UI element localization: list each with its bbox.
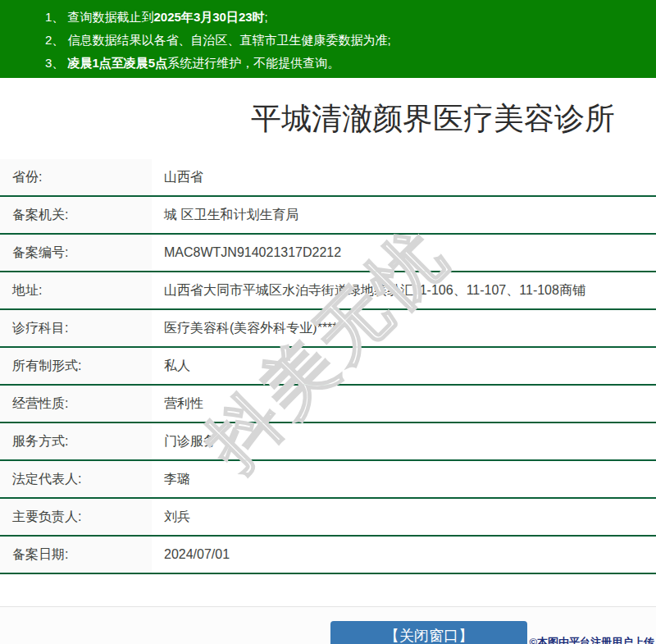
row-value: 医疗美容科(美容外科专业)******: [152, 310, 656, 346]
row-value: 私人: [152, 348, 656, 384]
row-value: 刘兵: [152, 499, 656, 535]
row-value: 营利性: [152, 386, 656, 422]
row-label: 服务方式:: [0, 423, 152, 459]
row-label: 备案编号:: [0, 235, 152, 271]
row-label: 所有制形式:: [0, 348, 152, 384]
table-row-legal-representative: 法定代表人: 李璐: [0, 461, 656, 499]
row-value: 李璐: [152, 461, 656, 497]
notice-line-2: 2、 信息数据结果以各省、自治区、直辖市卫生健康委数据为准;: [0, 29, 656, 52]
row-label: 诊疗科目:: [0, 310, 152, 346]
notice-bar: 1、 查询数据截止到2025年3月30日23时; 2、 信息数据结果以各省、自治…: [0, 0, 656, 78]
row-label: 备案机关:: [0, 197, 152, 233]
row-label: 备案日期:: [0, 537, 152, 573]
notice-3-number: 3、: [45, 56, 64, 70]
notice-1-number: 1、: [45, 10, 64, 24]
notice-3-bold: 凌晨1点至凌晨5点: [68, 56, 168, 70]
table-row-ownership-form: 所有制形式: 私人: [0, 348, 656, 386]
table-row-filing-number: 备案编号: MAC8WTJN914021317D2212: [0, 235, 656, 272]
table-row-main-person-in-charge: 主要负责人: 刘兵: [0, 499, 656, 537]
row-label: 地址:: [0, 272, 152, 308]
notice-1-text: 查询数据截止到: [68, 10, 154, 24]
notice-line-1: 1、 查询数据截止到2025年3月30日23时;: [0, 6, 656, 29]
copyright-text: ©本图由平台注册用户上传: [529, 635, 654, 644]
table-row-province: 省份: 山西省: [0, 159, 656, 197]
row-value: 城 区卫生和计划生育局: [152, 197, 656, 233]
table-row-treatment-subjects: 诊疗科目: 医疗美容科(美容外科专业)******: [0, 310, 656, 348]
notice-1-post: ;: [265, 10, 268, 24]
close-window-button[interactable]: 【关闭窗口】: [330, 621, 527, 644]
row-label: 省份:: [0, 159, 152, 195]
page-title: 平城清澈颜界医疗美容诊所: [0, 78, 656, 159]
row-value: 门诊服务: [152, 423, 656, 459]
row-value: MAC8WTJN914021317D2212: [152, 235, 656, 271]
notice-1-bold: 2025年3月30日23时: [154, 10, 265, 24]
row-value: 山西省: [152, 159, 656, 195]
table-row-business-nature: 经营性质: 营利性: [0, 386, 656, 423]
row-label: 主要负责人:: [0, 499, 152, 535]
notice-3-post: 系统进行维护，不能提供查询。: [167, 56, 339, 70]
footer: 【关闭窗口】 ©本图由平台注册用户上传: [0, 606, 656, 644]
table-row-service-mode: 服务方式: 门诊服务: [0, 423, 656, 461]
footer-spacer: [0, 574, 656, 606]
row-value: 2024/07/01: [152, 537, 656, 573]
row-label: 法定代表人:: [0, 461, 152, 497]
notice-line-3: 3、 凌晨1点至凌晨5点系统进行维护，不能提供查询。: [0, 52, 656, 75]
info-table: 省份: 山西省 备案机关: 城 区卫生和计划生育局 备案编号: MAC8WTJN…: [0, 159, 656, 574]
notice-2-number: 2、: [45, 33, 64, 47]
table-row-filing-authority: 备案机关: 城 区卫生和计划生育局: [0, 197, 656, 235]
notice-2-text: 信息数据结果以各省、自治区、直辖市卫生健康委数据为准;: [68, 33, 391, 47]
table-row-address: 地址: 山西省大同市平城区水泊寺街道绿地缤纷汇11-106、11-107、11-…: [0, 272, 656, 310]
row-label: 经营性质:: [0, 386, 152, 422]
table-row-filing-date: 备案日期: 2024/07/01: [0, 537, 656, 574]
row-value: 山西省大同市平城区水泊寺街道绿地缤纷汇11-106、11-107、11-108商…: [152, 272, 656, 308]
